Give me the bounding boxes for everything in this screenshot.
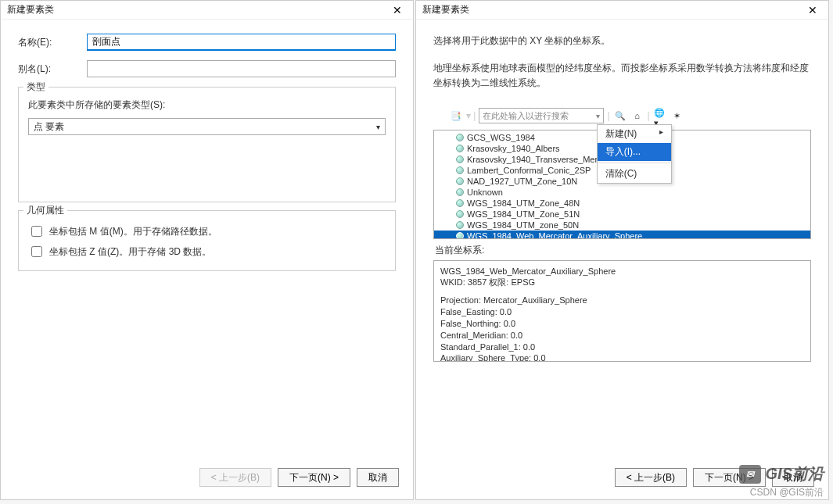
globe-icon	[456, 221, 464, 229]
m-values-checkbox[interactable]	[31, 226, 42, 237]
cs-tree-item[interactable]: WGS_1984_UTM_zone_50N	[434, 220, 810, 231]
coordinate-system-details[interactable]: WGS_1984_Web_Mercator_Auxiliary_Sphere W…	[433, 260, 811, 362]
cs-toolbar: 📑 ▾ | 在此处输入以进行搜索 ▾ | 🔍 ⌂ | 🌐▾ 新建(N) ▸	[444, 104, 811, 130]
chevron-down-icon: ▾	[596, 112, 600, 120]
favorite-icon[interactable]: ✶	[670, 109, 684, 123]
geometry-legend: 几何属性	[23, 204, 67, 217]
menu-clear[interactable]: 清除(C)	[598, 165, 671, 183]
cs-context-menu: 新建(N) ▸ 导入(I)... 清除(C)	[597, 124, 672, 184]
menu-new[interactable]: 新建(N) ▸	[598, 125, 671, 143]
feature-type-select[interactable]: 点 要素 ▾	[28, 118, 386, 135]
filter-icon[interactable]: 📑	[449, 109, 463, 123]
cs-projection: Projection: Mercator_Auxiliary_Sphere	[440, 295, 804, 306]
globe-dropdown-icon[interactable]: 🌐▾	[653, 111, 667, 125]
back-button: < 上一步(B)	[199, 468, 271, 487]
home-icon[interactable]: ⌂	[630, 109, 644, 123]
globe-icon	[456, 134, 464, 141]
cs-false-easting: False_Easting: 0.0	[440, 306, 804, 318]
chevron-down-icon: ▾	[376, 123, 380, 131]
cs-standard-parallel-1: Standard_Parallel_1: 0.0	[440, 341, 804, 353]
dialog-new-feature-class-step1: 新建要素类 ✕ 名称(E): 别名(L): 类型 此要素类中所存储的要素类型(S…	[0, 0, 414, 500]
menu-import[interactable]: 导入(I)...	[598, 143, 671, 161]
z-values-checkbox[interactable]	[31, 246, 42, 257]
cs-tree-item[interactable]: WGS_1984_UTM_Zone_51N	[434, 209, 810, 220]
cs-tree-item[interactable]: WGS_1984_Web_Mercator_Auxiliary_Sphere	[434, 231, 810, 239]
cs-tree-item[interactable]: WGS_1984_UTM_Zone_48N	[434, 198, 810, 209]
alias-label: 别名(L):	[18, 63, 87, 76]
close-icon[interactable]: ✕	[388, 4, 407, 16]
cancel-button[interactable]: 取消	[357, 468, 399, 487]
globe-icon	[456, 166, 464, 174]
m-values-label: 坐标包括 M 值(M)。用于存储路径数据。	[49, 225, 217, 238]
geometry-groupbox: 几何属性 坐标包括 M 值(M)。用于存储路径数据。 坐标包括 Z 值(Z)。用…	[18, 210, 396, 271]
cs-tree-item-label: GCS_WGS_1984	[467, 133, 535, 142]
search-icon[interactable]: 🔍	[613, 109, 627, 123]
type-groupbox: 类型 此要素类中所存储的要素类型(S): 点 要素 ▾	[18, 87, 396, 202]
current-cs-label: 当前坐标系:	[435, 244, 811, 257]
globe-icon	[456, 232, 464, 239]
titlebar: 新建要素类 ✕	[1, 1, 413, 20]
globe-icon	[456, 155, 464, 163]
cs-aux-sphere-type: Auxiliary_Sphere_Type: 0.0	[440, 352, 804, 361]
cs-tree-item[interactable]: Unknown	[434, 187, 810, 198]
next-button[interactable]: 下一页(N) >	[278, 468, 350, 487]
cs-tree-item-label: Unknown	[467, 188, 503, 197]
titlebar: 新建要素类 ✕	[416, 1, 828, 20]
back-button[interactable]: < 上一步(B)	[615, 468, 687, 487]
name-label: 名称(E):	[18, 36, 87, 49]
cs-tree-item-label: WGS_1984_Web_Mercator_Auxiliary_Sphere	[467, 231, 642, 239]
dialog-title: 新建要素类	[7, 3, 54, 16]
cs-central-meridian: Central_Meridian: 0.0	[440, 330, 804, 341]
cs-name: WGS_1984_Web_Mercator_Auxiliary_Sphere	[440, 266, 804, 277]
feature-type-value: 点 要素	[34, 120, 64, 134]
cs-tree-item-label: Krasovsky_1940_Transverse_Mercator	[467, 155, 617, 164]
dialog-new-feature-class-step2: 新建要素类 ✕ 选择将用于此数据中的 XY 坐标的坐标系。 地理坐标系使用地球表…	[415, 0, 829, 500]
cs-wkid: WKID: 3857 权限: EPSG	[440, 277, 804, 288]
cs-tree-item-label: WGS_1984_UTM_Zone_51N	[467, 209, 580, 219]
intro-text-2: 地理坐标系使用地球表面模型的经纬度坐标。而投影坐标系采用数学转换方法将纬度和经度…	[433, 61, 811, 91]
search-combo[interactable]: 在此处输入以进行搜索 ▾	[479, 108, 604, 123]
chevron-right-icon: ▸	[659, 127, 663, 141]
cs-tree-item-label: WGS_1984_UTM_zone_50N	[467, 220, 579, 230]
type-legend: 类型	[23, 80, 48, 94]
cs-tree-item-label: WGS_1984_UTM_Zone_48N	[467, 198, 580, 208]
type-subtitle: 此要素类中所存储的要素类型(S):	[28, 98, 386, 112]
cancel-button[interactable]: 取消	[772, 468, 814, 487]
cs-tree-item-label: Lambert_Conformal_Conic_2SP	[467, 166, 591, 175]
globe-icon	[456, 210, 464, 218]
z-values-label: 坐标包括 Z 值(Z)。用于存储 3D 数据。	[49, 245, 211, 259]
search-placeholder: 在此处输入以进行搜索	[483, 110, 569, 122]
next-button[interactable]: 下一页(N) >	[693, 468, 766, 487]
globe-icon	[456, 199, 464, 207]
dialog-title: 新建要素类	[422, 3, 469, 16]
intro-text-1: 选择将用于此数据中的 XY 坐标的坐标系。	[433, 34, 811, 48]
separator: ▾ |	[466, 110, 476, 121]
close-icon[interactable]: ✕	[803, 4, 822, 16]
globe-icon	[456, 188, 464, 196]
globe-icon	[456, 145, 464, 152]
cs-false-northing: False_Northing: 0.0	[440, 318, 804, 330]
name-input[interactable]	[87, 34, 396, 51]
globe-icon	[456, 177, 464, 185]
alias-input[interactable]	[87, 60, 396, 77]
cs-tree-item-label: Krasovsky_1940_Albers	[467, 144, 560, 153]
cs-tree-item-label: NAD_1927_UTM_Zone_10N	[467, 177, 577, 186]
